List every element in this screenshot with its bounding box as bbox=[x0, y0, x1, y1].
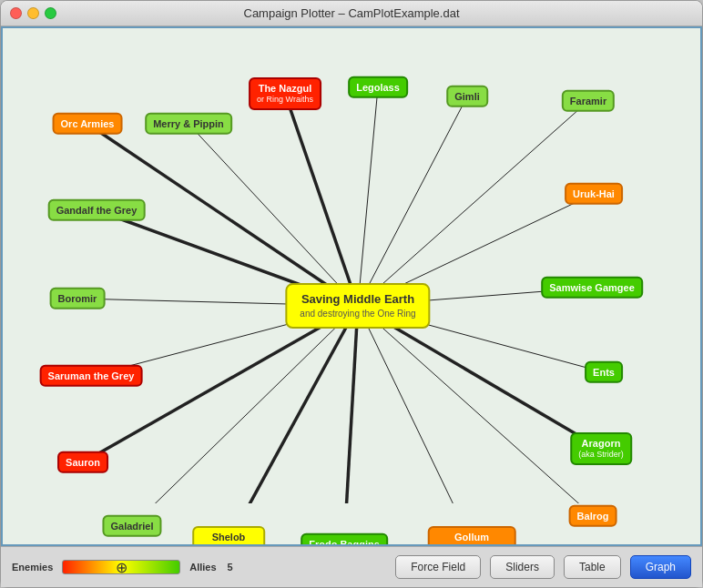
svg-line-17 bbox=[344, 306, 358, 503]
allies-count: 5 bbox=[228, 562, 233, 573]
node-gimli[interactable]: Gimli bbox=[446, 86, 488, 107]
node-frodo[interactable]: Frodo Baggins bbox=[301, 533, 388, 546]
svg-line-18 bbox=[358, 306, 472, 503]
enemies-label: Enemies bbox=[12, 562, 53, 573]
node-sublabel: (aka Strider) bbox=[578, 450, 624, 461]
svg-line-3 bbox=[358, 101, 588, 306]
node-gollum[interactable]: Gollumpreviously Smeegol bbox=[428, 526, 516, 546]
node-label-text: Aragorn bbox=[578, 437, 624, 450]
node-shelob[interactable]: Shelobthe giant spider bbox=[192, 526, 265, 546]
node-orc-armies[interactable]: Orc Armies bbox=[53, 113, 123, 135]
traffic-lights bbox=[10, 7, 56, 19]
node-label-text: The Nazgul bbox=[257, 82, 313, 95]
app-window: Campaign Plotter – CamPlotExample.dat Th… bbox=[0, 0, 703, 588]
crosshair-icon: ⊕ bbox=[116, 559, 127, 576]
window-title: Campaign Plotter – CamPlotExample.dat bbox=[243, 6, 459, 20]
center-label: Saving Middle Earth bbox=[300, 292, 415, 308]
node-gandalf[interactable]: Gandalf the Grey bbox=[48, 199, 146, 221]
bottom-bar: Enemies ⊕ Allies 5 Force Field Sliders T… bbox=[1, 546, 702, 587]
graph-content: The Nazgulor Ring WraithsLegolassGimliFa… bbox=[1, 26, 702, 546]
gradient-bar: ⊕ bbox=[62, 560, 180, 574]
node-label-text: Gollum bbox=[436, 531, 508, 543]
graph-button[interactable]: Graph bbox=[630, 555, 691, 579]
node-label-text: Shelob bbox=[200, 531, 257, 543]
node-sauron[interactable]: Sauron bbox=[57, 451, 108, 473]
node-balrog[interactable]: Balrog bbox=[569, 505, 617, 527]
svg-line-16 bbox=[229, 306, 358, 503]
minimize-button[interactable] bbox=[27, 7, 39, 19]
table-button[interactable]: Table bbox=[564, 555, 621, 579]
node-sublabel: or Ring Wraiths bbox=[257, 95, 313, 106]
sliders-button[interactable]: Sliders bbox=[490, 555, 555, 579]
node-galadriel[interactable]: Galadriel bbox=[102, 515, 161, 537]
node-aragorn[interactable]: Aragorn(aka Strider) bbox=[570, 432, 632, 465]
titlebar: Campaign Plotter – CamPlotExample.dat bbox=[1, 1, 702, 26]
node-merry-pippin[interactable]: Merry & Pippin bbox=[145, 113, 232, 135]
node-samwise[interactable]: Samwise Gamgee bbox=[541, 277, 643, 299]
node-sublabel: the giant spider bbox=[200, 543, 257, 546]
center-sublabel: and destroying the One Ring bbox=[300, 308, 415, 319]
svg-line-5 bbox=[188, 124, 358, 306]
allies-label: Allies bbox=[189, 562, 216, 573]
svg-line-14 bbox=[358, 306, 593, 503]
node-legolass[interactable]: Legolass bbox=[348, 76, 408, 98]
maximize-button[interactable] bbox=[45, 7, 56, 19]
node-nazgul[interactable]: The Nazgulor Ring Wraiths bbox=[249, 77, 321, 110]
center-node[interactable]: Saving Middle Earthand destroying the On… bbox=[285, 283, 430, 329]
node-ents[interactable]: Ents bbox=[585, 361, 623, 383]
force-field-button[interactable]: Force Field bbox=[395, 555, 481, 579]
svg-line-0 bbox=[285, 94, 358, 306]
node-faramir[interactable]: Faramir bbox=[562, 90, 615, 112]
close-button[interactable] bbox=[10, 7, 22, 19]
node-sublabel: previously Smeegol bbox=[436, 543, 508, 546]
node-uruk-hai[interactable]: Uruk-Hai bbox=[565, 183, 623, 205]
node-boromir[interactable]: Boromir bbox=[50, 288, 106, 309]
node-saruman[interactable]: Saruman the Grey bbox=[40, 365, 143, 387]
